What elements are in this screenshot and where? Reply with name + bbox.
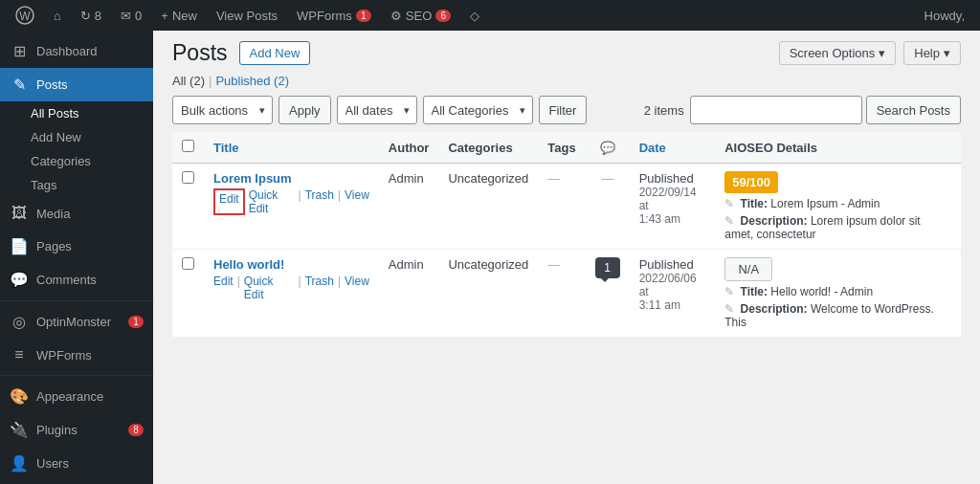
th-date[interactable]: Date <box>630 132 716 164</box>
row2-tags: — <box>538 250 585 338</box>
row2-checkbox-cell <box>172 250 204 338</box>
row2-date: Published 2022/06/06 at 3:11 am <box>630 250 716 338</box>
row2-checkbox[interactable] <box>182 257 194 270</box>
sidebar-item-wpforms[interactable]: ≡ WPForms <box>0 339 153 371</box>
help-button[interactable]: Help ▾ <box>903 41 961 65</box>
sidebar-item-users-label: Users <box>36 456 69 471</box>
view-posts-label: View Posts <box>216 9 278 23</box>
row1-title-link[interactable]: Lorem Ipsum <box>213 171 292 186</box>
row1-trash[interactable]: Trash <box>305 188 334 215</box>
adminbar-diamond[interactable]: ◇ <box>462 0 487 31</box>
row1-aioseo-desc-icon: ✎ <box>724 214 734 228</box>
screen-options-button[interactable]: Screen Options ▾ <box>779 41 897 65</box>
row2-trash[interactable]: Trash <box>305 275 334 301</box>
table-header-row: Title Author Categories Tags 💬 Date AIOS… <box>172 132 961 164</box>
admin-bar: W ⌂ ↻ 8 ✉ 0 + New View Posts WPForms 1 ⚙… <box>0 0 980 31</box>
sidebar-sub-add-new[interactable]: Add New <box>0 125 153 149</box>
row1-category-link[interactable]: Uncategorized <box>448 171 528 186</box>
users-icon: 👤 <box>10 454 29 473</box>
adminbar-updates[interactable]: ↻ 8 <box>73 0 109 31</box>
row1-aioseo-title-icon: ✎ <box>724 197 734 210</box>
screen-options-chevron-icon: ▾ <box>879 46 885 60</box>
subnav-all[interactable]: All (2) <box>172 74 205 88</box>
sidebar-item-comments[interactable]: 💬 Comments <box>0 263 153 297</box>
adminbar-home[interactable]: ⌂ <box>46 0 69 31</box>
sidebar-sub-tags[interactable]: Tags <box>0 173 153 197</box>
posts-icon: ✎ <box>10 76 29 94</box>
search-input[interactable] <box>690 96 862 124</box>
wpforms-badge: 1 <box>356 10 371 22</box>
comment-column-icon: 💬 <box>600 141 615 155</box>
row1-checkbox[interactable] <box>182 171 194 184</box>
seo-icon: ⚙ <box>390 9 402 23</box>
pages-icon: 📄 <box>10 237 29 255</box>
adminbar-wp-logo[interactable]: W <box>8 0 42 31</box>
sidebar-item-plugins-label: Plugins <box>36 423 78 437</box>
row1-title-cell: Lorem Ipsum Edit Quick Edit | Trash | Vi… <box>204 164 379 250</box>
wpforms-label: WPForms <box>297 9 352 23</box>
row1-author: Admin <box>379 164 439 250</box>
subnav-published[interactable]: Published (2) <box>215 74 289 88</box>
adminbar-seo[interactable]: ⚙ SEO 6 <box>383 0 458 31</box>
row2-edit[interactable]: Edit <box>213 275 234 301</box>
dates-filter-select[interactable]: All dates <box>337 96 417 124</box>
sidebar-item-optinmonster-label: OptinMonster <box>36 315 111 329</box>
sidebar-item-comments-label: Comments <box>36 273 97 287</box>
select-all-checkbox[interactable] <box>182 140 194 152</box>
sidebar-item-pages[interactable]: 📄 Pages <box>0 230 153 263</box>
adminbar-new[interactable]: + New <box>153 0 205 31</box>
row2-aioseo-title: ✎ Title: Hello world! - Admin <box>724 285 951 298</box>
sidebar-item-optinmonster[interactable]: ◎ OptinMonster 1 <box>0 305 153 339</box>
th-title[interactable]: Title <box>204 132 379 164</box>
table-row: Lorem Ipsum Edit Quick Edit | Trash | Vi… <box>172 164 961 250</box>
sidebar-sub-categories[interactable]: Categories <box>0 149 153 173</box>
dashboard-icon: ⊞ <box>10 42 29 60</box>
sidebar-posts-submenu: All Posts Add New Categories Tags <box>0 101 153 197</box>
row2-title-link[interactable]: Hello world! <box>213 257 284 272</box>
filter-button[interactable]: Filter <box>539 96 588 124</box>
row2-aioseo: N/A ✎ Title: Hello world! - Admin ✎ Desc… <box>715 250 961 338</box>
sidebar-item-posts[interactable]: ✎ Posts <box>0 68 153 101</box>
th-tags: Tags <box>538 132 585 164</box>
row1-edit-button[interactable]: Edit <box>213 188 245 215</box>
row2-quick-edit[interactable]: Quick Edit <box>244 275 295 301</box>
page-title-area: Posts Add New <box>172 40 310 66</box>
adminbar-wpforms[interactable]: WPForms 1 <box>289 0 379 31</box>
apply-button[interactable]: Apply <box>278 96 331 124</box>
sidebar-sub-all-posts[interactable]: All Posts <box>0 101 153 125</box>
toolbar-right: 2 items Search Posts <box>644 96 961 124</box>
sidebar-item-appearance[interactable]: 🎨 Appearance <box>0 380 153 413</box>
th-checkbox <box>172 132 204 164</box>
search-posts-button[interactable]: Search Posts <box>866 96 961 124</box>
sidebar-item-appearance-label: Appearance <box>36 389 103 404</box>
appearance-icon: 🎨 <box>10 387 29 406</box>
optinmonster-badge: 1 <box>128 316 144 328</box>
adminbar-comments[interactable]: ✉ 0 <box>113 0 149 31</box>
comment-bubble[interactable]: 1 <box>595 257 620 278</box>
adminbar-view-posts[interactable]: View Posts <box>209 0 285 31</box>
media-icon: 🖼 <box>10 205 29 222</box>
comments-sidebar-icon: 💬 <box>10 271 29 289</box>
bulk-actions-select[interactable]: Bulk actions <box>172 96 273 124</box>
row1-date: Published 2022/09/14 at 1:43 am <box>630 164 716 250</box>
sidebar-item-media[interactable]: 🖼 Media <box>0 197 153 230</box>
row1-view[interactable]: View <box>345 188 369 215</box>
categories-filter-select[interactable]: All Categories <box>423 96 533 124</box>
sidebar-item-dashboard[interactable]: ⊞ Dashboard <box>0 34 153 68</box>
add-new-button[interactable]: Add New <box>239 41 311 65</box>
adminbar-new-label: New <box>172 9 197 23</box>
th-aioseo: AIOSEO Details <box>715 132 961 164</box>
row1-title: Lorem Ipsum <box>213 171 369 186</box>
diamond-icon: ◇ <box>470 9 479 23</box>
row2-author: Admin <box>379 250 439 338</box>
row2-category-link[interactable]: Uncategorized <box>448 257 528 272</box>
home-icon: ⌂ <box>54 9 61 23</box>
row1-quick-edit[interactable]: Quick Edit <box>249 188 295 215</box>
sidebar-item-users[interactable]: 👤 Users <box>0 447 153 480</box>
sidebar-item-plugins[interactable]: 🔌 Plugins 8 <box>0 413 153 447</box>
row2-actions: Edit | Quick Edit | Trash | View <box>213 275 369 301</box>
th-categories: Categories <box>438 132 538 164</box>
main-content: Posts Add New Screen Options ▾ Help ▾ Al… <box>153 31 980 484</box>
row1-comments: — <box>586 164 630 250</box>
row2-view[interactable]: View <box>345 275 369 301</box>
